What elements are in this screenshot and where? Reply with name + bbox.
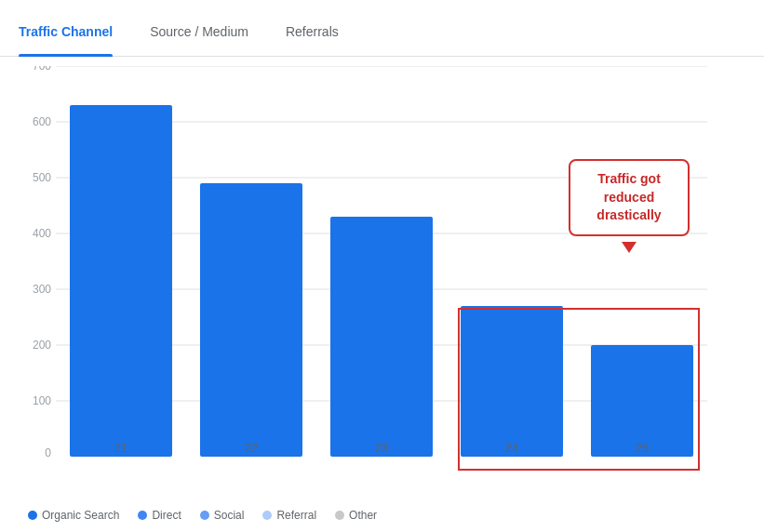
tab-source-medium[interactable]: Source / Medium [150,17,267,47]
svg-text:21: 21 [114,441,127,455]
legend-dot-social [200,511,209,520]
bar-day-23 [330,217,433,457]
legend-dot-referral [262,511,272,520]
legend-item-referral: Referral [262,509,316,522]
legend-dot-other [335,511,344,520]
chart-area: 700 600 500 400 300 200 100 0 21 22 23 2… [0,57,764,531]
bar-day-22 [200,183,302,457]
svg-text:25: 25 [636,441,649,455]
svg-text:600: 600 [33,115,51,128]
legend-label-direct: Direct [152,509,181,522]
tab-traffic-channel-label: Traffic Channel [19,24,113,39]
svg-text:300: 300 [33,283,51,296]
bar-chart: 700 600 500 400 300 200 100 0 21 22 23 2… [19,66,726,457]
bar-day-25 [591,345,693,457]
svg-text:700: 700 [33,66,51,73]
legend-item-direct: Direct [138,509,181,522]
svg-text:22: 22 [245,441,258,455]
svg-text:200: 200 [33,339,51,352]
svg-text:23: 23 [375,441,388,455]
svg-text:24: 24 [505,441,518,455]
legend-dot-direct [138,511,147,520]
legend-label-other: Other [349,509,377,522]
bar-day-21 [70,105,172,457]
legend-label-referral: Referral [276,509,316,522]
tab-referrals-label: Referrals [286,24,339,39]
tab-referrals[interactable]: Referrals [286,17,357,47]
header-tabs: Traffic Channel Source / Medium Referral… [0,0,764,57]
annotation-text: Traffic got reduced drastically [596,171,661,222]
svg-text:400: 400 [33,227,51,240]
legend-dot-organic-search [28,511,37,520]
legend-item-other: Other [335,509,377,522]
legend-item-organic-search: Organic Search [28,509,119,522]
svg-text:100: 100 [33,394,51,407]
bar-day-24 [461,306,563,457]
svg-text:500: 500 [33,171,51,184]
tab-source-medium-label: Source / Medium [150,24,248,39]
annotation-callout: Traffic got reduced drastically [569,159,690,236]
legend-item-social: Social [200,509,245,522]
chart-legend: Organic Search Direct Social Referral Ot… [28,509,377,522]
svg-text:0: 0 [45,446,51,457]
tab-traffic-channel[interactable]: Traffic Channel [19,17,131,47]
legend-label-organic-search: Organic Search [42,509,119,522]
legend-label-social: Social [214,509,245,522]
